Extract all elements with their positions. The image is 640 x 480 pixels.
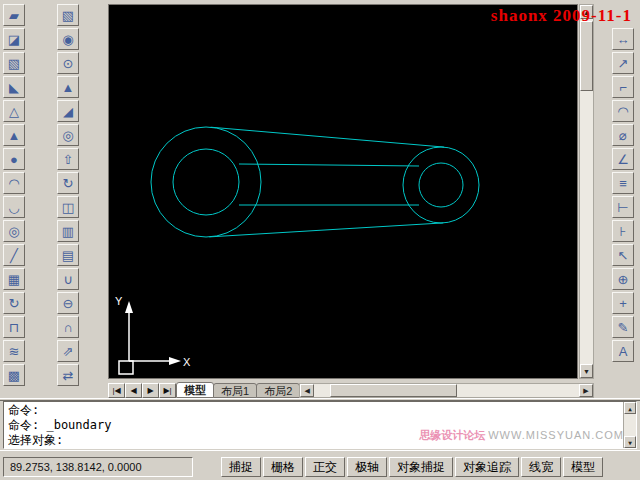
horizontal-scroll-thumb[interactable]: [330, 384, 457, 397]
revolve-tool-button[interactable]: ↻: [57, 172, 79, 194]
wedge-surface-tool-button[interactable]: ◣: [3, 76, 25, 98]
status-toggle-ortho[interactable]: 正交: [305, 457, 345, 477]
solid-wedge-icon: ◢: [63, 105, 73, 118]
vertical-scroll-thumb[interactable]: [580, 21, 593, 91]
solid-cylinder-tool-button[interactable]: ⊙: [57, 52, 79, 74]
solid-sphere-tool-button[interactable]: ◉: [57, 28, 79, 50]
sphere-surface-icon: ●: [10, 153, 18, 166]
revolved-surface-tool-button[interactable]: ↻: [3, 292, 25, 314]
command-scroll-down-button[interactable]: ▼: [624, 436, 636, 448]
right-arrow-icon: ▶: [583, 387, 588, 395]
watermark-site-name: 思缘设计论坛: [419, 429, 485, 441]
interfere-tool-button[interactable]: ▤: [57, 244, 79, 266]
baseline-dimension-tool-button[interactable]: ⊢: [612, 196, 634, 218]
baseline-dimension-icon: ⊢: [617, 201, 628, 214]
box-surface-tool-button[interactable]: ▧: [3, 52, 25, 74]
diameter-dimension-tool-button[interactable]: ⌀: [612, 124, 634, 146]
status-toggle-polar[interactable]: 极轴: [347, 457, 387, 477]
bottom-tangent-line[interactable]: [209, 223, 443, 237]
scroll-down-button[interactable]: ▼: [580, 364, 593, 378]
quick-dimension-tool-button[interactable]: ≡: [612, 172, 634, 194]
dome-tool-button[interactable]: ◠: [3, 172, 25, 194]
solids-toolbar: ▧◉⊙▲◢◎⇧↻◫▥▤∪⊖∩⇗⇄: [57, 4, 79, 386]
continue-dimension-tool-button[interactable]: ⊦: [612, 220, 634, 242]
autocad-window: ▰◪▧◣△▲●◠◡◎╱▦↻⊓≋▩ ▧◉⊙▲◢◎⇧↻◫▥▤∪⊖∩⇗⇄ ↔↗⌐◠⌀∠…: [0, 0, 640, 480]
status-bar: 89.2753, 138.8142, 0.0000 捕捉栅格正交极轴对象捕捉对象…: [0, 450, 640, 480]
tolerance-tool-button[interactable]: ⊕: [612, 268, 634, 290]
linear-dimension-tool-button[interactable]: ↔: [612, 28, 634, 50]
right-outer-circle[interactable]: [403, 147, 479, 223]
angular-dimension-tool-button[interactable]: ∠: [612, 148, 634, 170]
dish-icon: ◡: [8, 201, 19, 214]
dish-tool-button[interactable]: ◡: [3, 196, 25, 218]
left-outer-circle[interactable]: [151, 127, 261, 237]
layout-tab-bar: |◀◀▶▶| 模型布局1布局2 ◀ ▶: [108, 381, 594, 398]
solid-wedge-tool-button[interactable]: ◢: [57, 100, 79, 122]
ordinate-dimension-tool-button[interactable]: ⌐: [612, 76, 634, 98]
3d-mesh-tool-button[interactable]: ▦: [3, 268, 25, 290]
dimension-edit-tool-button[interactable]: ✎: [612, 316, 634, 338]
tab-layout2[interactable]: 布局2: [256, 383, 300, 398]
status-toggle-snap[interactable]: 捕捉: [221, 457, 261, 477]
right-inner-circle[interactable]: [419, 163, 463, 207]
layout-tabs: 模型布局1布局2: [176, 382, 299, 398]
top-slot-line[interactable]: [239, 164, 419, 166]
intersect-tool-button[interactable]: ∩: [57, 316, 79, 338]
extrude-tool-button[interactable]: ⇧: [57, 148, 79, 170]
union-tool-button[interactable]: ∪: [57, 268, 79, 290]
radius-dimension-icon: ◠: [617, 105, 628, 118]
radius-dimension-tool-button[interactable]: ◠: [612, 100, 634, 122]
vertical-scroll-track[interactable]: [580, 19, 593, 364]
status-toggle-lwt[interactable]: 线宽: [521, 457, 561, 477]
quick-leader-tool-button[interactable]: ↖: [612, 244, 634, 266]
cone-surface-tool-button[interactable]: ▲: [3, 124, 25, 146]
status-toggle-osnap[interactable]: 对象捕捉: [389, 457, 453, 477]
subtract-tool-button[interactable]: ⊖: [57, 292, 79, 314]
tab-nav-last-button[interactable]: ▶|: [159, 383, 176, 398]
extrude-faces-tool-button[interactable]: ⇗: [57, 340, 79, 362]
sphere-surface-tool-button[interactable]: ●: [3, 148, 25, 170]
tabulated-surface-tool-button[interactable]: ⊓: [3, 316, 25, 338]
horizontal-scroll-track[interactable]: [314, 384, 579, 397]
aligned-dimension-tool-button[interactable]: ↗: [612, 52, 634, 74]
edge-tool-button[interactable]: ╱: [3, 244, 25, 266]
solid-torus-tool-button[interactable]: ◎: [57, 124, 79, 146]
tab-nav-prev-button[interactable]: ◀: [125, 383, 142, 398]
angular-dimension-icon: ∠: [617, 153, 629, 166]
drawing-canvas[interactable]: Y X: [108, 4, 578, 379]
status-toggle-grid[interactable]: 栅格: [263, 457, 303, 477]
intersect-icon: ∩: [63, 321, 72, 334]
scroll-left-button[interactable]: ◀: [300, 384, 314, 397]
tab-nav-first-button[interactable]: |◀: [108, 383, 125, 398]
pyramid-tool-button[interactable]: △: [3, 100, 25, 122]
edge-surface-tool-button[interactable]: ▩: [3, 364, 25, 386]
scroll-right-button[interactable]: ▶: [579, 384, 593, 397]
command-scroll-up-button[interactable]: ▲: [624, 402, 636, 414]
3d-face-tool-button[interactable]: ◪: [3, 28, 25, 50]
tab-layout1[interactable]: 布局1: [213, 383, 257, 398]
torus-surface-tool-button[interactable]: ◎: [3, 220, 25, 242]
left-inner-circle[interactable]: [173, 149, 239, 215]
solid-cone-tool-button[interactable]: ▲: [57, 76, 79, 98]
dome-icon: ◠: [8, 177, 19, 190]
ruled-surface-icon: ≋: [9, 345, 20, 358]
section-tool-button[interactable]: ▥: [57, 220, 79, 242]
status-toggle-otrack[interactable]: 对象追踪: [455, 457, 519, 477]
tab-nav-next-button[interactable]: ▶: [142, 383, 159, 398]
2d-solid-tool-button[interactable]: ▰: [3, 4, 25, 26]
ruled-surface-tool-button[interactable]: ≋: [3, 340, 25, 362]
center-mark-tool-button[interactable]: +: [612, 292, 634, 314]
status-toggle-buttons: 捕捉栅格正交极轴对象捕捉对象追踪线宽模型: [221, 457, 603, 477]
slice-tool-button[interactable]: ◫: [57, 196, 79, 218]
continue-dimension-icon: ⊦: [620, 225, 627, 238]
status-toggle-model[interactable]: 模型: [563, 457, 603, 477]
slice-icon: ◫: [62, 201, 74, 214]
move-faces-tool-button[interactable]: ⇄: [57, 364, 79, 386]
dimension-toolbar: ↔↗⌐◠⌀∠≡⊢⊦↖⊕+✎A: [612, 28, 634, 362]
text-tool-button[interactable]: A: [612, 340, 634, 362]
down-arrow-icon: ▼: [628, 439, 632, 446]
solid-box-tool-button[interactable]: ▧: [57, 4, 79, 26]
ucs-y-label: Y: [115, 295, 123, 307]
solid-cone-icon: ▲: [62, 81, 75, 94]
tab-model[interactable]: 模型: [176, 382, 214, 398]
